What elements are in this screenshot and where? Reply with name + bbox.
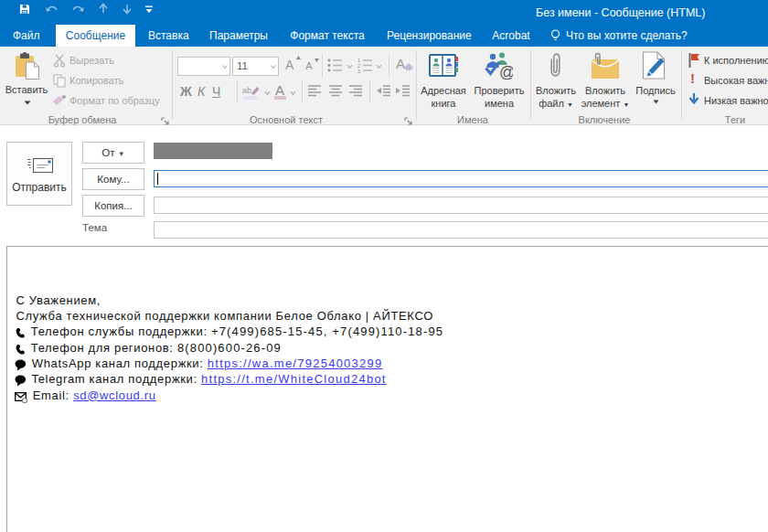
svg-text:3: 3 xyxy=(357,69,360,73)
svg-text:@: @ xyxy=(499,63,513,80)
svg-text:ab: ab xyxy=(242,86,251,95)
